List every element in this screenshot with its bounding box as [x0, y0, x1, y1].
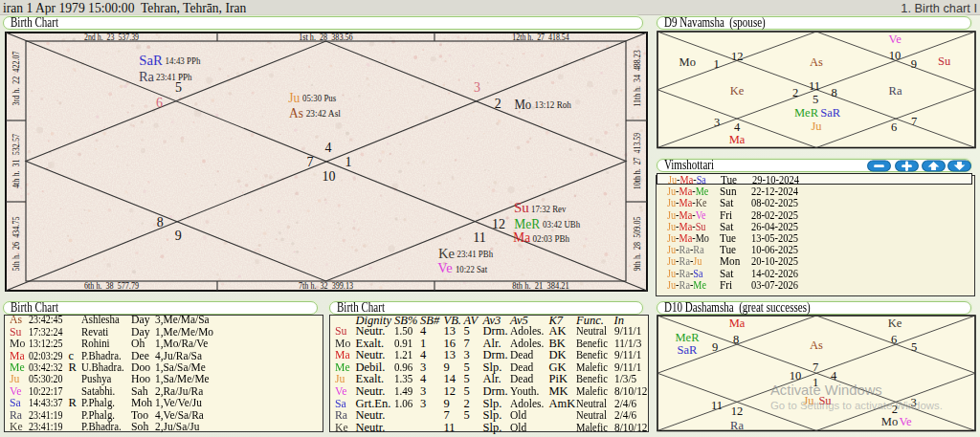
svg-text:10: 10 [889, 49, 902, 62]
svg-text:5: 5 [175, 80, 182, 95]
svg-text:2: 2 [792, 86, 798, 99]
svg-text:Mo: Mo [679, 55, 696, 69]
svg-text:10th h. 27 413.59: 10th h. 27 413.59 [633, 133, 642, 190]
svg-text:3: 3 [714, 116, 720, 129]
svg-text:17:32 Rev: 17:32 Rev [531, 204, 566, 214]
svg-text:7: 7 [911, 115, 917, 128]
svg-text:Ra: Ra [889, 84, 902, 98]
svg-text:4: 4 [325, 141, 332, 155]
svg-text:02:03 PBh: 02:03 PBh [533, 233, 570, 244]
svg-text:2nd h. 23 537.39: 2nd h. 23 537.39 [84, 33, 139, 42]
svg-text:8: 8 [831, 86, 836, 99]
svg-text:5th h. 26 434.75: 5th h. 26 434.75 [11, 216, 21, 271]
svg-text:8: 8 [157, 215, 164, 229]
svg-text:As: As [810, 55, 823, 69]
svg-text:9: 9 [911, 57, 917, 71]
svg-text:8th h. 21 384.21: 8th h. 21 384.21 [512, 281, 569, 291]
svg-text:11: 11 [473, 230, 485, 245]
svg-text:3: 3 [474, 80, 480, 95]
svg-text:MeR: MeR [794, 106, 819, 120]
svg-text:Ke: Ke [888, 317, 902, 330]
svg-text:4: 4 [734, 120, 741, 134]
svg-text:6: 6 [891, 333, 897, 346]
svg-text:Ve: Ve [889, 33, 902, 46]
svg-text:6: 6 [156, 96, 163, 110]
svg-text:SaR: SaR [139, 53, 163, 68]
svg-text:23:41 PPh: 23:41 PPh [156, 72, 192, 82]
svg-text:11: 11 [711, 399, 723, 412]
svg-text:7: 7 [307, 155, 314, 169]
svg-text:12th h. 27 418.54: 12th h. 27 418.54 [512, 33, 569, 42]
svg-text:Ve: Ve [437, 260, 453, 275]
svg-text:10: 10 [323, 169, 336, 184]
svg-text:2: 2 [495, 97, 501, 111]
svg-text:3rd h. 22 422.07: 3rd h. 22 422.07 [11, 51, 21, 105]
svg-text:7: 7 [813, 361, 818, 374]
svg-text:Ra: Ra [730, 419, 744, 432]
svg-text:23:42 Asl: 23:42 Asl [306, 108, 341, 119]
svg-text:5: 5 [911, 340, 917, 354]
svg-text:Ma: Ma [513, 229, 530, 245]
svg-text:Ju: Ju [288, 90, 301, 105]
svg-text:Ma: Ma [729, 133, 746, 146]
svg-text:Ve: Ve [899, 415, 912, 428]
svg-text:Ma: Ma [729, 317, 746, 330]
svg-text:5: 5 [813, 93, 818, 106]
svg-text:05:30 Pus: 05:30 Pus [302, 93, 336, 103]
svg-text:Ke: Ke [438, 246, 455, 261]
svg-text:10:22 Sat: 10:22 Sat [456, 264, 487, 274]
svg-text:12: 12 [731, 50, 744, 63]
svg-text:03:42 UBh: 03:42 UBh [543, 219, 580, 229]
svg-text:1: 1 [345, 155, 352, 169]
svg-text:Su: Su [514, 200, 529, 215]
svg-text:6th h. 38 577.79: 6th h. 38 577.79 [84, 281, 139, 291]
svg-text:4: 4 [831, 369, 837, 382]
svg-text:1st h. 28 383.56: 1st h. 28 383.56 [299, 33, 353, 42]
svg-text:11th h. 34 488.23: 11th h. 34 488.23 [633, 50, 642, 107]
svg-text:11: 11 [809, 79, 820, 93]
svg-text:10: 10 [790, 369, 802, 382]
svg-text:1: 1 [713, 57, 719, 71]
svg-text:8: 8 [733, 333, 739, 346]
svg-text:SaR: SaR [678, 343, 699, 357]
svg-text:Su: Su [938, 55, 951, 68]
svg-text:As: As [289, 105, 303, 120]
svg-text:SaR: SaR [820, 106, 841, 120]
svg-text:4th h. 31 532.57: 4th h. 31 532.57 [11, 134, 21, 188]
svg-text:14:43 PPh: 14:43 PPh [166, 55, 201, 66]
svg-text:As: As [810, 339, 823, 352]
svg-text:Mo: Mo [881, 415, 898, 428]
svg-text:Ra: Ra [139, 69, 155, 84]
svg-text:9th h. 28 509.05: 9th h. 28 509.05 [633, 216, 642, 271]
svg-text:9: 9 [712, 340, 718, 354]
svg-text:9: 9 [175, 229, 182, 243]
svg-text:Ju: Ju [811, 120, 822, 133]
svg-text:7th h. 32 399.13: 7th h. 32 399.13 [299, 281, 353, 291]
svg-text:Ke: Ke [730, 84, 745, 98]
svg-text:13:12 Roh: 13:12 Roh [535, 99, 571, 110]
svg-text:Mo: Mo [514, 97, 531, 112]
svg-text:23:41 PBh: 23:41 PBh [457, 249, 494, 259]
svg-text:12: 12 [492, 217, 505, 231]
svg-text:12: 12 [731, 404, 744, 418]
svg-text:6: 6 [891, 120, 897, 134]
